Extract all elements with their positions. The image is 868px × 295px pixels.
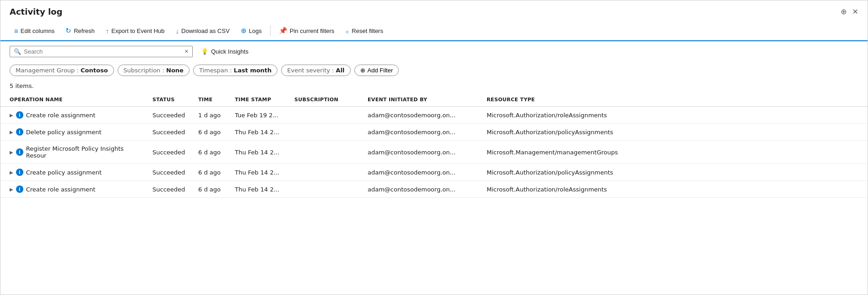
expand-arrow-icon[interactable]: ▶ — [10, 130, 13, 135]
event-severity-value: All — [336, 67, 345, 74]
cell-subscription — [289, 181, 362, 198]
filter-bar: 🔍 ✕ 💡 Quick Insights — [0, 41, 868, 62]
timespan-label: Timespan — [199, 67, 228, 74]
operation-name-text: Create role assignment — [26, 186, 96, 193]
cell-operation-name: ▶ i Create policy assignment — [0, 164, 147, 181]
add-filter-label: Add Filter — [368, 67, 393, 74]
export-label: Export to Event Hub — [111, 27, 164, 34]
info-icon: i — [16, 111, 23, 119]
table-row[interactable]: ▶ i Delete policy assignment Succeeded 6… — [0, 124, 868, 141]
search-input[interactable] — [24, 48, 182, 55]
cell-resource-type: Microsoft.Authorization/roleAssignments — [481, 107, 868, 124]
quick-insights-button[interactable]: 💡 Quick Insights — [197, 46, 252, 57]
activity-log-window: Activity log ⊕ ✕ ≡ Edit columns ↻ Refres… — [0, 0, 868, 295]
cell-time: 6 d ago — [193, 181, 229, 198]
event-severity-label: Event severity — [287, 67, 330, 74]
window-controls: ⊕ ✕ — [841, 7, 858, 16]
logs-label: Logs — [249, 27, 262, 34]
col-header-time: TIME — [193, 93, 229, 107]
cell-timestamp: Thu Feb 14 2... — [229, 164, 289, 181]
expand-arrow-icon[interactable]: ▶ — [10, 150, 13, 155]
cell-timestamp: Thu Feb 14 2... — [229, 124, 289, 141]
cell-status: Succeeded — [147, 181, 193, 198]
search-icon: 🔍 — [14, 48, 21, 55]
cell-initiated-by: adam@contosodemoorg.on... — [362, 124, 481, 141]
subscription-filter[interactable]: Subscription : None — [118, 65, 190, 76]
pin-filters-label: Pin current filters — [290, 27, 335, 34]
add-filter-button[interactable]: ⊕ Add Filter — [354, 65, 399, 76]
col-header-initiated-by: EVENT INITIATED BY — [362, 93, 481, 107]
subscription-value: None — [166, 67, 184, 74]
download-icon: ↓ — [176, 27, 179, 35]
cell-timestamp: Thu Feb 14 2... — [229, 181, 289, 198]
cell-timestamp: Tue Feb 19 2... — [229, 107, 289, 124]
expand-arrow-icon[interactable]: ▶ — [10, 187, 13, 192]
cell-operation-name: ▶ i Create role assignment — [0, 107, 147, 124]
expand-arrow-icon[interactable]: ▶ — [10, 170, 13, 175]
cell-timestamp: Thu Feb 14 2... — [229, 141, 289, 164]
quick-insights-label: Quick Insights — [211, 48, 249, 55]
search-box[interactable]: 🔍 ✕ — [10, 46, 193, 57]
cell-time: 1 d ago — [193, 107, 229, 124]
info-icon: i — [16, 148, 23, 156]
logs-icon: ⊕ — [241, 27, 247, 35]
cell-status: Succeeded — [147, 107, 193, 124]
quick-insights-icon: 💡 — [201, 48, 208, 55]
cell-operation-name: ▶ i Delete policy assignment — [0, 124, 147, 141]
table-row[interactable]: ▶ i Create role assignment Succeeded 6 d… — [0, 181, 868, 198]
edit-columns-label: Edit columns — [21, 27, 54, 34]
refresh-button[interactable]: ↻ Refresh — [61, 24, 99, 38]
col-header-resource-type: RESOURCE TYPE — [481, 93, 868, 107]
cell-subscription — [289, 141, 362, 164]
table-row[interactable]: ▶ i Register Microsoft Policy Insights R… — [0, 141, 868, 164]
event-severity-filter[interactable]: Event severity : All — [281, 65, 350, 76]
info-icon: i — [16, 128, 23, 136]
table-header: OPERATION NAME STATUS TIME TIME STAMP SU… — [0, 93, 868, 107]
cell-time: 6 d ago — [193, 141, 229, 164]
refresh-label: Refresh — [74, 27, 95, 34]
cell-operation-name: ▶ i Register Microsoft Policy Insights R… — [0, 141, 147, 164]
timespan-value: Last month — [234, 67, 272, 74]
operation-name-text: Delete policy assignment — [26, 129, 102, 136]
edit-columns-button[interactable]: ≡ Edit columns — [10, 24, 59, 38]
logs-button[interactable]: ⊕ Logs — [236, 24, 266, 38]
refresh-icon: ↻ — [65, 27, 71, 35]
cell-subscription — [289, 124, 362, 141]
expand-arrow-icon[interactable]: ▶ — [10, 113, 13, 118]
cell-resource-type: Microsoft.Authorization/policyAssignment… — [481, 124, 868, 141]
table-row[interactable]: ▶ i Create policy assignment Succeeded 6… — [0, 164, 868, 181]
page-title: Activity log — [10, 7, 62, 16]
close-icon[interactable]: ✕ — [852, 7, 858, 16]
col-header-operation-name: OPERATION NAME — [0, 93, 147, 107]
operation-name-text: Create role assignment — [26, 112, 96, 119]
activity-log-table: OPERATION NAME STATUS TIME TIME STAMP SU… — [0, 93, 868, 198]
reset-filters-icon: ⬦ — [345, 27, 349, 35]
reset-filters-button[interactable]: ⬦ Reset filters — [341, 24, 388, 38]
operation-name-text: Register Microsoft Policy Insights Resou… — [26, 145, 141, 159]
operation-name-text: Create policy assignment — [26, 169, 102, 176]
pin-icon[interactable]: ⊕ — [841, 7, 846, 16]
col-header-status: STATUS — [147, 93, 193, 107]
info-icon: i — [16, 169, 23, 176]
table-row[interactable]: ▶ i Create role assignment Succeeded 1 d… — [0, 107, 868, 124]
management-group-filter[interactable]: Management Group : Contoso — [10, 65, 114, 76]
items-count: 5 items. — [0, 81, 868, 93]
table-body: ▶ i Create role assignment Succeeded 1 d… — [0, 107, 868, 198]
download-csv-button[interactable]: ↓ Download as CSV — [171, 24, 234, 38]
cell-initiated-by: adam@contosodemoorg.on... — [362, 141, 481, 164]
add-filter-icon: ⊕ — [360, 67, 365, 74]
reset-filters-label: Reset filters — [352, 27, 383, 34]
timespan-filter[interactable]: Timespan : Last month — [193, 65, 277, 76]
export-button[interactable]: ↑ Export to Event Hub — [101, 24, 169, 38]
clear-search-icon[interactable]: ✕ — [184, 49, 189, 55]
subscription-label: Subscription — [124, 67, 161, 74]
cell-initiated-by: adam@contosodemoorg.on... — [362, 181, 481, 198]
cell-status: Succeeded — [147, 141, 193, 164]
cell-initiated-by: adam@contosodemoorg.on... — [362, 107, 481, 124]
download-label: Download as CSV — [181, 27, 230, 34]
cell-resource-type: Microsoft.Authorization/policyAssignment… — [481, 164, 868, 181]
title-bar: Activity log ⊕ ✕ — [0, 0, 868, 21]
export-icon: ↑ — [106, 27, 109, 35]
col-header-subscription: SUBSCRIPTION — [289, 93, 362, 107]
pin-filters-button[interactable]: 📌 Pin current filters — [274, 24, 339, 38]
